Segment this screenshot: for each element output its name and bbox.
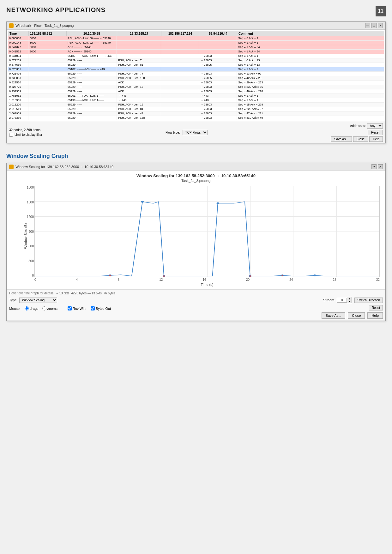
table-row[interactable]: 1.813966 65199 ——ACK - Len: 1—— → 443 → … <box>8 98 384 103</box>
x-label-12: 12 <box>159 278 163 281</box>
table-row[interactable]: 0.726426 65229 ←— PSH, ACK - Len: 77 → 2… <box>8 72 384 76</box>
table-row[interactable]: 0.730003 65229 ←— PSH, ACK - Len: 138 → … <box>8 76 384 81</box>
mouse-controls: Mouse drags zooms Rcv Win <box>9 306 111 310</box>
reset-button[interactable]: Reset <box>369 305 383 310</box>
flow-footer-left: 32 nodes, 2,399 Items Limit to display f… <box>9 128 42 137</box>
bytes-out-point <box>249 275 251 277</box>
scaling-window-title: Window Scaling for 139.162.58.252:3000 →… <box>15 165 113 169</box>
x-label-16: 16 <box>203 278 206 281</box>
limit-checkbox[interactable] <box>9 133 13 137</box>
y-label-1800: 1800 <box>27 186 34 189</box>
scaling-titlebar: Window Scaling for 139.162.58.252:3000 →… <box>7 163 385 171</box>
save-as-button[interactable]: Save As... <box>322 312 346 319</box>
table-row[interactable]: 0.822530 65229 ←— ACK → 25803 Seq = 29 A… <box>8 81 384 85</box>
wireshark-icon <box>9 23 14 28</box>
close-button-2[interactable]: Close <box>353 136 368 142</box>
help-button[interactable]: Help <box>369 136 383 142</box>
drags-radio-input[interactable] <box>25 306 29 310</box>
table-row[interactable]: 2.075350 65229 ←— PSH, ACK - Len: 138 → … <box>8 116 384 120</box>
flow-footer: 32 nodes, 2,399 Items Limit to display f… <box>7 122 385 143</box>
stream-input[interactable] <box>337 298 347 303</box>
zooms-radio[interactable]: zooms <box>42 306 57 310</box>
bytes-out-check[interactable] <box>91 306 95 310</box>
drags-radio[interactable]: drags <box>25 306 39 310</box>
bytes-out-label: Bytes Out <box>96 307 111 310</box>
scaling-wireshark-icon <box>9 165 14 169</box>
rcv-win-label: Rcv Win <box>73 307 86 310</box>
scaling-bottom: Hover over the graph for details. → 13 p… <box>7 289 385 321</box>
rcv-win-line <box>35 202 379 276</box>
table-row[interactable]: 0.675301 65187 ←——ACK——→ 443 Seq = 1 Ack… <box>8 67 384 72</box>
table-row[interactable]: 0.671209 65229 ←— PSH, ACK - Len: 7 → 25… <box>8 58 384 63</box>
y-label-300: 300 <box>28 259 34 263</box>
bytes-out-point <box>281 275 283 276</box>
x-axis-labels: 0 4 8 12 16 20 24 28 32 <box>34 278 380 282</box>
maximize-button[interactable]: □ <box>371 23 377 28</box>
graph-title: Window Scaling for 139.162.58.252:3000 →… <box>9 173 383 178</box>
drags-label: drags <box>30 307 39 310</box>
table-row[interactable]: 0.041522 3000 ACK ——→ 65140 Seq = 1 Ack … <box>8 50 384 54</box>
flow-type-select[interactable]: TCP Flows <box>183 130 208 135</box>
scaling-close-btn[interactable]: ✕ <box>378 164 383 169</box>
table-row[interactable]: 0.674660 65229 ←— PSH, ACK - Len: 81 → 2… <box>8 63 384 67</box>
limit-label: Limit to display filter <box>15 133 42 136</box>
type-select[interactable]: Window Scaling <box>19 298 57 303</box>
graph-area: Window Size (B) 1800 1500 1200 900 600 3… <box>12 186 380 287</box>
rcv-win-checkbox[interactable]: Rcv Win <box>68 306 86 310</box>
graph-subtitle: Task_2a_3.pcapng <box>9 179 383 183</box>
help-button[interactable]: Help <box>367 312 383 319</box>
table-row[interactable]: 0.000143 3000 PSH, ACK - Len: 92 ——→ 651… <box>8 41 384 45</box>
scaling-titlebar-left: Window Scaling for 139.162.58.252:3000 →… <box>9 165 113 169</box>
close-button[interactable]: ✕ <box>378 23 383 28</box>
rcv-win-check[interactable] <box>68 306 72 310</box>
stream-up-button[interactable]: ▲ <box>347 297 352 300</box>
table-row[interactable]: 0.000000 3000 PSH, ACK - Len: 50 ——→ 651… <box>8 36 384 41</box>
data-point <box>313 274 316 276</box>
save-as-button[interactable]: Save As... <box>331 136 352 142</box>
page-number: 11 <box>376 6 386 16</box>
bytes-out-checkbox[interactable]: Bytes Out <box>91 306 111 310</box>
bytes-out-point <box>163 275 165 277</box>
bytes-out-point <box>109 275 111 276</box>
switch-direction-button[interactable]: Switch Direction <box>354 298 383 303</box>
controls-left: Type Window Scaling <box>9 298 57 303</box>
table-row[interactable]: 2.015200 65229 ←— PSH, ACK - Len: 12 → 2… <box>8 103 384 107</box>
table-row[interactable]: 0.644004 65187 ——ACK - Len: 1——→ 443 → 2… <box>8 54 384 58</box>
controls-right: Stream ▲ ▼ Switch Direction <box>323 297 383 303</box>
x-label-4: 4 <box>76 278 78 281</box>
reset-button[interactable]: Reset <box>368 130 383 135</box>
flow-type-label: Flow type: <box>166 131 180 134</box>
x-label-20: 20 <box>246 278 250 281</box>
table-row[interactable]: 1.785062 65201 ——FDK - Len: 1—— → 443 → … <box>8 94 384 98</box>
col-comment: Comment <box>237 31 384 36</box>
info-bar: Hover over the graph for details. → 13 p… <box>9 292 383 295</box>
flow-footer-middle: Flow type: TCP Flows <box>166 130 208 135</box>
x-axis-labels-container: 0 4 8 12 16 20 24 28 32 Time (s) <box>34 278 380 287</box>
mouse-radio-group: drags zooms <box>25 306 57 310</box>
table-row[interactable]: 0.931309 65229 ←— ACK → 25803 Seq = 46 A… <box>8 89 384 94</box>
x-label-24: 24 <box>289 278 293 281</box>
bottom-controls: Mouse drags zooms Rcv Win <box>9 305 383 310</box>
flow-footer-right: Addresses: Any Reset Save As... Close He… <box>331 123 383 142</box>
page-title: NETWORKING APPLICATIONS <box>6 6 106 14</box>
stream-label: Stream <box>323 298 334 302</box>
table-row[interactable]: 0.041377 3000 ACK ——→ 65140 Seq = 1 Ack … <box>8 45 384 50</box>
y-label-600: 600 <box>28 244 34 248</box>
x-label-0: 0 <box>34 278 36 281</box>
close-button[interactable]: Close <box>348 312 365 319</box>
table-row[interactable]: 2.018511 65229 ←— PSH, ACK - Len: 84 → 2… <box>8 107 384 111</box>
zooms-radio-input[interactable] <box>42 306 46 310</box>
table-row[interactable]: 0.827726 65229 ←— PSH, ACK - Len: 16 → 2… <box>8 85 384 89</box>
col-src: 139.162.58.252 <box>29 31 67 36</box>
flow-titlebar-left: Wireshark - Flow - Task_2a_3.pcapng <box>9 23 74 28</box>
table-row[interactable]: 2.067909 65229 ←— PSH, ACK - Len: 47 → 2… <box>8 111 384 116</box>
zooms-label: zooms <box>47 307 57 310</box>
y-label-900: 900 <box>28 230 34 233</box>
stream-down-button[interactable]: ▼ <box>347 300 352 303</box>
flow-table-area: Time 139.162.58.252 10.10.30.55 13.33.16… <box>7 30 385 122</box>
scaling-help-icon[interactable]: ? <box>371 164 377 169</box>
col-time: Time <box>8 31 29 36</box>
flow-table-header: Time 139.162.58.252 10.10.30.55 13.33.16… <box>8 31 384 36</box>
addresses-select[interactable]: Any <box>367 123 383 129</box>
minimize-button[interactable]: — <box>365 23 370 28</box>
